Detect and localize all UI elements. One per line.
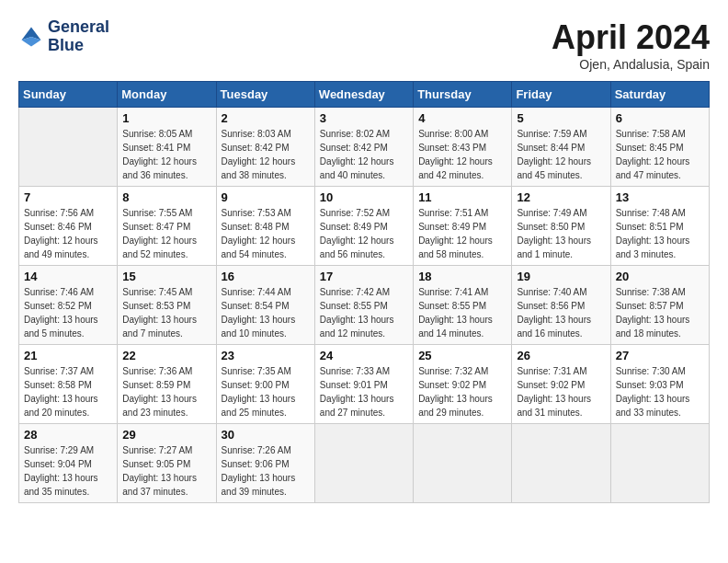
day-info: Sunrise: 7:30 AM Sunset: 9:03 PM Dayligh…: [616, 364, 704, 419]
day-number: 16: [222, 270, 310, 283]
day-info: Sunrise: 7:51 AM Sunset: 8:49 PM Dayligh…: [418, 206, 506, 261]
day-info: Sunrise: 7:49 AM Sunset: 8:50 PM Dayligh…: [517, 206, 605, 261]
day-number: 30: [222, 428, 310, 442]
calendar-cell: 5Sunrise: 7:59 AM Sunset: 8:44 PM Daylig…: [512, 108, 610, 187]
location: Ojen, Andalusia, Spain: [552, 57, 710, 72]
day-number: 19: [517, 270, 605, 283]
day-info: Sunrise: 7:26 AM Sunset: 9:06 PM Dayligh…: [222, 443, 310, 499]
calendar-table: SundayMondayTuesdayWednesdayThursdayFrid…: [18, 81, 710, 503]
day-info: Sunrise: 7:48 AM Sunset: 8:51 PM Dayligh…: [616, 206, 704, 261]
calendar-cell: [610, 424, 709, 503]
day-info: Sunrise: 7:52 AM Sunset: 8:49 PM Dayligh…: [320, 206, 408, 261]
day-info: Sunrise: 7:59 AM Sunset: 8:44 PM Dayligh…: [517, 127, 605, 182]
calendar-cell: 24Sunrise: 7:33 AM Sunset: 9:01 PM Dayli…: [314, 345, 413, 424]
calendar-cell: [314, 424, 413, 503]
day-info: Sunrise: 7:27 AM Sunset: 9:05 PM Dayligh…: [122, 443, 210, 499]
day-number: 18: [418, 270, 506, 283]
day-info: Sunrise: 7:56 AM Sunset: 8:46 PM Dayligh…: [24, 206, 112, 261]
title-area: April 2024 Ojen, Andalusia, Spain: [552, 18, 710, 72]
calendar-cell: 10Sunrise: 7:52 AM Sunset: 8:49 PM Dayli…: [314, 187, 413, 266]
day-number: 11: [418, 190, 506, 204]
calendar-cell: 30Sunrise: 7:26 AM Sunset: 9:06 PM Dayli…: [216, 424, 314, 503]
calendar-cell: [19, 108, 118, 187]
calendar-cell: 4Sunrise: 8:00 AM Sunset: 8:43 PM Daylig…: [414, 108, 512, 187]
calendar-cell: 25Sunrise: 7:32 AM Sunset: 9:02 PM Dayli…: [414, 345, 512, 424]
day-info: Sunrise: 7:35 AM Sunset: 9:00 PM Dayligh…: [222, 364, 310, 419]
calendar-body: 1Sunrise: 8:05 AM Sunset: 8:41 PM Daylig…: [19, 108, 710, 503]
calendar-cell: 20Sunrise: 7:38 AM Sunset: 8:57 PM Dayli…: [610, 266, 709, 345]
calendar-cell: 22Sunrise: 7:36 AM Sunset: 8:59 PM Dayli…: [118, 345, 216, 424]
logo-icon: [18, 24, 44, 50]
calendar-cell: [414, 424, 512, 503]
day-info: Sunrise: 8:05 AM Sunset: 8:41 PM Dayligh…: [122, 127, 210, 182]
day-number: 22: [122, 349, 210, 362]
day-number: 12: [517, 190, 605, 204]
logo-text: General Blue: [48, 18, 109, 55]
day-info: Sunrise: 7:53 AM Sunset: 8:48 PM Dayligh…: [222, 206, 310, 261]
calendar-cell: 23Sunrise: 7:35 AM Sunset: 9:00 PM Dayli…: [216, 345, 314, 424]
calendar-cell: 27Sunrise: 7:30 AM Sunset: 9:03 PM Dayli…: [610, 345, 709, 424]
header-cell-monday: Monday: [118, 82, 216, 108]
day-number: 23: [222, 349, 310, 362]
day-number: 6: [616, 111, 704, 125]
calendar-cell: 2Sunrise: 8:03 AM Sunset: 8:42 PM Daylig…: [216, 108, 314, 187]
calendar-cell: 9Sunrise: 7:53 AM Sunset: 8:48 PM Daylig…: [216, 187, 314, 266]
calendar-cell: 14Sunrise: 7:46 AM Sunset: 8:52 PM Dayli…: [19, 266, 118, 345]
week-row-1: 1Sunrise: 8:05 AM Sunset: 8:41 PM Daylig…: [19, 108, 710, 187]
day-number: 15: [122, 270, 210, 283]
day-number: 27: [616, 349, 704, 362]
calendar-cell: 12Sunrise: 7:49 AM Sunset: 8:50 PM Dayli…: [512, 187, 610, 266]
calendar-cell: 16Sunrise: 7:44 AM Sunset: 8:54 PM Dayli…: [216, 266, 314, 345]
header-cell-friday: Friday: [512, 82, 610, 108]
day-number: 9: [222, 190, 310, 204]
day-number: 21: [24, 349, 112, 362]
week-row-4: 21Sunrise: 7:37 AM Sunset: 8:58 PM Dayli…: [19, 345, 710, 424]
calendar-cell: 28Sunrise: 7:29 AM Sunset: 9:04 PM Dayli…: [19, 424, 118, 503]
day-info: Sunrise: 7:42 AM Sunset: 8:55 PM Dayligh…: [320, 285, 408, 340]
day-info: Sunrise: 7:31 AM Sunset: 9:02 PM Dayligh…: [517, 364, 605, 419]
day-info: Sunrise: 7:41 AM Sunset: 8:55 PM Dayligh…: [418, 285, 506, 340]
day-number: 25: [418, 349, 506, 362]
day-number: 7: [24, 190, 112, 204]
day-info: Sunrise: 7:44 AM Sunset: 8:54 PM Dayligh…: [222, 285, 310, 340]
calendar-cell: 7Sunrise: 7:56 AM Sunset: 8:46 PM Daylig…: [19, 187, 118, 266]
day-info: Sunrise: 7:40 AM Sunset: 8:56 PM Dayligh…: [517, 285, 605, 340]
week-row-2: 7Sunrise: 7:56 AM Sunset: 8:46 PM Daylig…: [19, 187, 710, 266]
day-info: Sunrise: 7:45 AM Sunset: 8:53 PM Dayligh…: [122, 285, 210, 340]
day-info: Sunrise: 8:02 AM Sunset: 8:42 PM Dayligh…: [320, 127, 408, 182]
header-cell-tuesday: Tuesday: [216, 82, 314, 108]
header-cell-saturday: Saturday: [610, 82, 709, 108]
day-number: 5: [517, 111, 605, 125]
calendar-cell: 29Sunrise: 7:27 AM Sunset: 9:05 PM Dayli…: [118, 424, 216, 503]
week-row-5: 28Sunrise: 7:29 AM Sunset: 9:04 PM Dayli…: [19, 424, 710, 503]
calendar-header: SundayMondayTuesdayWednesdayThursdayFrid…: [19, 82, 710, 108]
header: General Blue April 2024 Ojen, Andalusia,…: [18, 18, 710, 72]
calendar-cell: 3Sunrise: 8:02 AM Sunset: 8:42 PM Daylig…: [314, 108, 413, 187]
calendar-cell: 17Sunrise: 7:42 AM Sunset: 8:55 PM Dayli…: [314, 266, 413, 345]
calendar-cell: 13Sunrise: 7:48 AM Sunset: 8:51 PM Dayli…: [610, 187, 709, 266]
day-number: 26: [517, 349, 605, 362]
calendar-cell: 19Sunrise: 7:40 AM Sunset: 8:56 PM Dayli…: [512, 266, 610, 345]
calendar-cell: 18Sunrise: 7:41 AM Sunset: 8:55 PM Dayli…: [414, 266, 512, 345]
day-info: Sunrise: 7:36 AM Sunset: 8:59 PM Dayligh…: [122, 364, 210, 419]
day-number: 13: [616, 190, 704, 204]
day-number: 17: [320, 270, 408, 283]
day-number: 3: [320, 111, 408, 125]
day-number: 20: [616, 270, 704, 283]
day-number: 14: [24, 270, 112, 283]
day-number: 28: [24, 428, 112, 442]
header-cell-thursday: Thursday: [414, 82, 512, 108]
calendar-cell: 6Sunrise: 7:58 AM Sunset: 8:45 PM Daylig…: [610, 108, 709, 187]
month-title: April 2024: [552, 18, 710, 57]
calendar-cell: 26Sunrise: 7:31 AM Sunset: 9:02 PM Dayli…: [512, 345, 610, 424]
day-info: Sunrise: 7:32 AM Sunset: 9:02 PM Dayligh…: [418, 364, 506, 419]
calendar-cell: [512, 424, 610, 503]
day-info: Sunrise: 8:00 AM Sunset: 8:43 PM Dayligh…: [418, 127, 506, 182]
calendar-cell: 15Sunrise: 7:45 AM Sunset: 8:53 PM Dayli…: [118, 266, 216, 345]
day-number: 4: [418, 111, 506, 125]
calendar-cell: 8Sunrise: 7:55 AM Sunset: 8:47 PM Daylig…: [118, 187, 216, 266]
day-number: 1: [122, 111, 210, 125]
day-info: Sunrise: 7:37 AM Sunset: 8:58 PM Dayligh…: [24, 364, 112, 419]
day-info: Sunrise: 7:38 AM Sunset: 8:57 PM Dayligh…: [616, 285, 704, 340]
day-number: 8: [122, 190, 210, 204]
